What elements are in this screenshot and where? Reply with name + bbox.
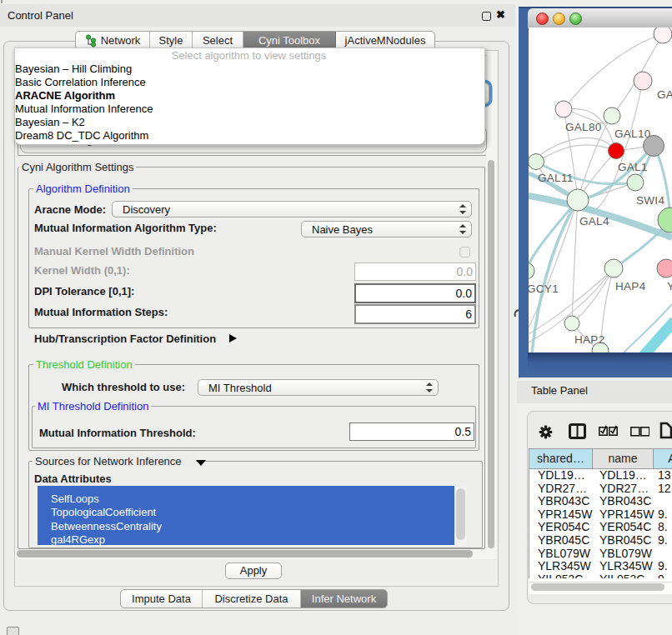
svg-text:GAL1: GAL1 xyxy=(618,161,648,173)
svg-text:GCY1: GCY1 xyxy=(529,282,559,295)
svg-text:GAL11: GAL11 xyxy=(538,172,574,184)
svg-text:SWI4: SWI4 xyxy=(636,194,664,207)
svg-text:GAL80: GAL80 xyxy=(565,121,602,133)
svg-text:HAP4: HAP4 xyxy=(615,280,646,292)
svg-text:GAL10: GAL10 xyxy=(614,128,651,140)
svg-text:HAP2: HAP2 xyxy=(574,333,604,346)
svg-text:YJ: YJ xyxy=(667,280,672,292)
svg-text:GAL7: GAL7 xyxy=(657,88,672,101)
svg-text:GAL4: GAL4 xyxy=(579,215,609,228)
